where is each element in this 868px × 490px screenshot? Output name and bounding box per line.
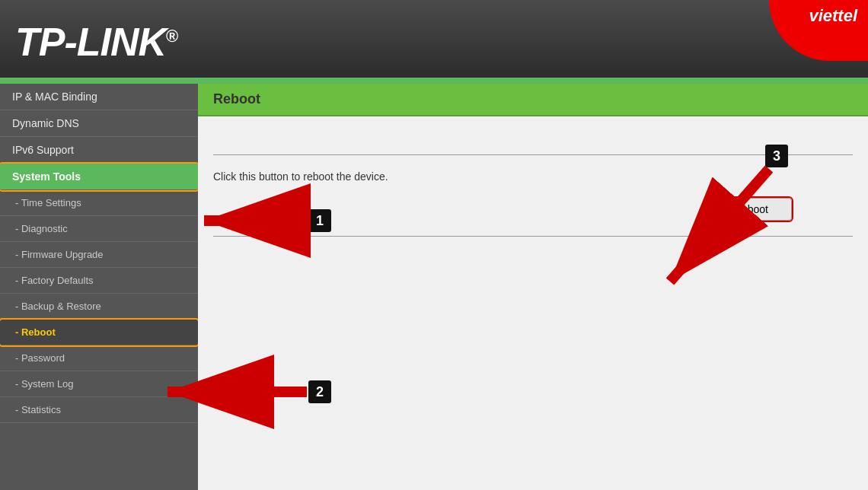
sidebar-item-password[interactable]: - Password bbox=[0, 345, 198, 371]
sidebar-item-system-tools[interactable]: System Tools bbox=[0, 164, 198, 190]
viettel-label: viettel bbox=[809, 6, 857, 26]
content-area: Reboot Click this button to reboot the d… bbox=[198, 84, 868, 490]
sidebar-item-firmware-upgrade[interactable]: - Firmware Upgrade bbox=[0, 242, 198, 268]
tp-link-logo: TP-LINK® bbox=[15, 19, 177, 65]
sidebar-item-diagnostic[interactable]: - Diagnostic bbox=[0, 216, 198, 242]
sidebar-item-ip-mac-binding[interactable]: IP & MAC Binding bbox=[0, 84, 198, 110]
reboot-button-row: Reboot bbox=[213, 198, 853, 221]
viettel-badge: viettel bbox=[769, 0, 868, 61]
sidebar-item-reboot[interactable]: - Reboot bbox=[0, 320, 198, 345]
reboot-button[interactable]: Reboot bbox=[710, 198, 792, 221]
sidebar: IP & MAC Binding Dynamic DNS IPv6 Suppor… bbox=[0, 84, 198, 490]
content-body: Click this button to reboot the device. … bbox=[198, 116, 868, 275]
divider-bottom bbox=[213, 236, 853, 237]
sidebar-item-backup-restore[interactable]: - Backup & Restore bbox=[0, 294, 198, 320]
sidebar-item-system-log[interactable]: - System Log bbox=[0, 371, 198, 397]
sidebar-item-time-settings[interactable]: - Time Settings bbox=[0, 190, 198, 216]
sidebar-item-dynamic-dns[interactable]: Dynamic DNS bbox=[0, 110, 198, 137]
reboot-description: Click this button to reboot the device. bbox=[213, 170, 853, 183]
sidebar-item-ipv6-support[interactable]: IPv6 Support bbox=[0, 137, 198, 164]
sidebar-item-factory-defaults[interactable]: - Factory Defaults bbox=[0, 268, 198, 294]
sidebar-item-statistics[interactable]: - Statistics bbox=[0, 397, 198, 423]
divider-top bbox=[213, 154, 853, 155]
section-title: Reboot bbox=[198, 84, 868, 116]
main-layout: IP & MAC Binding Dynamic DNS IPv6 Suppor… bbox=[0, 84, 868, 490]
header: TP-LINK® viettel bbox=[0, 0, 868, 84]
